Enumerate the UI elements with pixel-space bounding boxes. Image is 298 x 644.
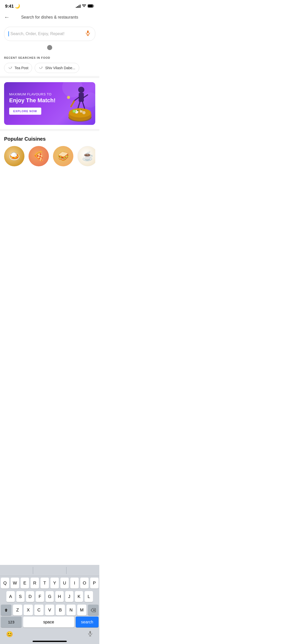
time-display: 9:41 <box>5 4 14 9</box>
header: ← Search for dishes & restaurants <box>0 10 99 25</box>
cuisine-item-burger[interactable]: 🥪 <box>53 146 73 166</box>
moon-icon: 🌙 <box>15 4 20 9</box>
signal-icon <box>76 5 80 8</box>
status-icons <box>76 4 94 8</box>
cuisine-item-rice[interactable]: 🍛 <box>4 146 24 166</box>
cuisines-row: 🍛 🍕 🥪 ☕ 🍜 <box>4 146 95 166</box>
cuisine-item-tea[interactable]: ☕ <box>77 146 95 166</box>
recent-searches-title: RECENT SEARCHES IN FOOD <box>4 56 95 59</box>
cuisines-title: Popular Cuisines <box>4 136 95 142</box>
svg-rect-1 <box>88 5 93 7</box>
cuisine-img-tea: ☕ <box>77 146 95 166</box>
section-divider-2 <box>0 129 99 131</box>
cuisine-img-pizza: 🍕 <box>29 146 49 166</box>
recent-chip-1[interactable]: Tea Post <box>4 63 32 73</box>
banner-cta-button[interactable]: EXPLORE NOW <box>9 108 41 115</box>
banner-container: MAXIMUM FLAVOURS TO Enjoy The Match! EXP… <box>0 78 99 129</box>
scroll-indicator <box>0 45 99 52</box>
search-placeholder: Search, Order, Enjoy, Repeat! <box>10 32 85 36</box>
cuisine-img-burger: 🥪 <box>53 146 73 166</box>
recent-chip-2[interactable]: Shiv Vilash Dabe... <box>35 63 79 73</box>
wifi-icon <box>82 4 86 8</box>
recent-icon-2 <box>38 65 43 71</box>
header-title: Search for dishes & restaurants <box>12 15 88 20</box>
search-container: Search, Order, Enjoy, Repeat! <box>0 25 99 45</box>
status-bar: 9:41 🌙 <box>0 0 99 10</box>
cuisine-item-pizza[interactable]: 🍕 <box>29 146 49 166</box>
banner-subtitle: MAXIMUM FLAVOURS TO <box>9 92 90 96</box>
back-button[interactable]: ← <box>4 13 12 22</box>
promo-banner[interactable]: MAXIMUM FLAVOURS TO Enjoy The Match! EXP… <box>4 82 95 125</box>
banner-title: Enjoy The Match! <box>9 97 90 104</box>
recent-searches-section: RECENT SEARCHES IN FOOD Tea Post Shiv Vi… <box>0 52 99 76</box>
svg-rect-2 <box>87 31 89 33</box>
cuisine-img-rice: 🍛 <box>4 146 24 166</box>
recent-chip-label-1: Tea Post <box>15 66 28 70</box>
recent-icon-1 <box>8 65 12 71</box>
banner-text: MAXIMUM FLAVOURS TO Enjoy The Match! EXP… <box>9 92 90 114</box>
status-time: 9:41 🌙 <box>5 4 20 9</box>
mic-button[interactable] <box>85 30 91 38</box>
section-divider-1 <box>0 76 99 78</box>
battery-icon <box>88 4 94 8</box>
svg-point-5 <box>78 87 84 93</box>
search-box[interactable]: Search, Order, Enjoy, Repeat! <box>4 27 95 41</box>
recent-chip-label-2: Shiv Vilash Dabe... <box>45 66 75 70</box>
search-cursor <box>8 31 9 36</box>
cuisines-section: Popular Cuisines 🍛 🍕 🥪 ☕ 🍜 <box>0 131 99 169</box>
recent-chips: Tea Post Shiv Vilash Dabe... <box>4 63 95 73</box>
